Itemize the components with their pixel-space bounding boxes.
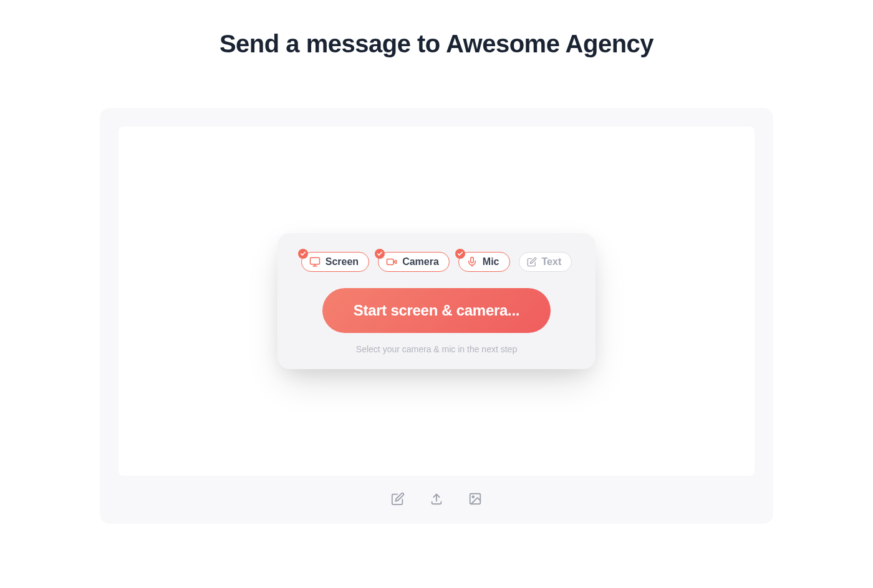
chip-row: Screen Camera (301, 252, 572, 272)
check-icon (298, 249, 308, 259)
svg-rect-5 (471, 258, 474, 263)
image-icon (468, 492, 482, 508)
message-container: Screen Camera (100, 108, 773, 524)
image-button[interactable] (466, 489, 485, 510)
chip-label: Mic (483, 256, 499, 267)
bottom-toolbar (118, 476, 755, 524)
chip-camera[interactable]: Camera (378, 252, 450, 272)
check-icon (375, 249, 385, 259)
svg-rect-3 (387, 259, 394, 265)
chip-label: Text (542, 256, 562, 267)
svg-point-9 (472, 496, 474, 498)
monitor-icon (309, 256, 321, 267)
start-recording-button[interactable]: Start screen & camera... (322, 288, 551, 333)
chip-text[interactable]: Text (519, 252, 572, 272)
check-icon (455, 249, 465, 259)
svg-rect-0 (310, 258, 319, 264)
canvas-area: Screen Camera (118, 127, 755, 476)
edit-button[interactable] (388, 489, 407, 510)
edit-icon (391, 492, 405, 508)
chip-label: Camera (402, 256, 439, 267)
chip-screen[interactable]: Screen (301, 252, 369, 272)
upload-icon (430, 492, 443, 508)
chip-mic[interactable]: Mic (458, 252, 510, 272)
chip-label: Screen (326, 256, 359, 267)
helper-text: Select your camera & mic in the next ste… (356, 344, 517, 354)
page-title: Send a message to Awesome Agency (0, 0, 873, 58)
upload-button[interactable] (427, 489, 446, 510)
video-icon (386, 256, 397, 267)
edit-icon (527, 257, 537, 267)
recording-card: Screen Camera (277, 233, 596, 369)
mic-icon (466, 256, 478, 267)
